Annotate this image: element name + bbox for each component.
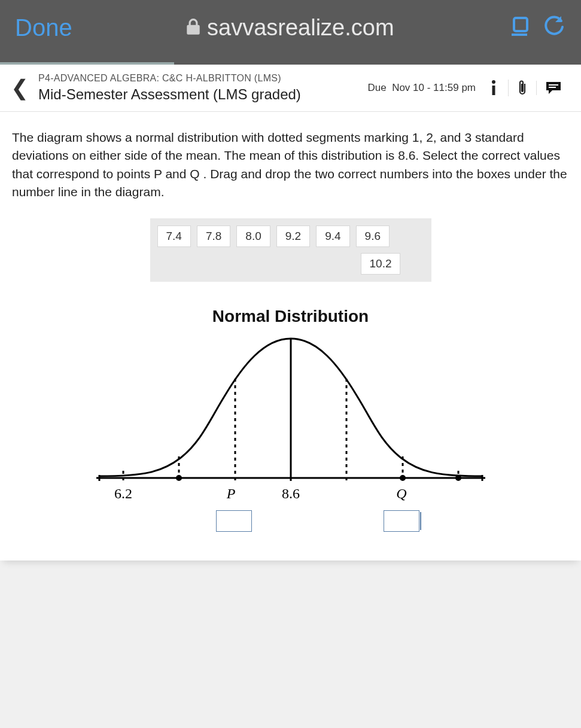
done-button[interactable]: Done: [15, 14, 72, 41]
axis-label-mean: 8.6: [282, 486, 300, 501]
choice-chip[interactable]: 7.4: [157, 226, 191, 247]
lock-icon: [185, 18, 201, 38]
choice-chip[interactable]: 10.2: [361, 253, 401, 275]
info-icon[interactable]: [479, 80, 508, 96]
question-panel: The diagram shows a normal distribution …: [0, 112, 581, 561]
page-load-progress: [0, 62, 581, 65]
attachment-icon[interactable]: [508, 80, 536, 96]
axis-label-6-2: 6.2: [114, 486, 132, 501]
tabs-icon[interactable]: [507, 15, 531, 41]
assessment-header: ❮ P4-ADVANCED ALGEBRA: C&C H-ALBRITTON (…: [0, 65, 581, 112]
choice-chip[interactable]: 9.2: [276, 226, 310, 247]
address-bar[interactable]: savvasrealize.com: [83, 15, 497, 41]
course-name: P4-ADVANCED ALGEBRA: C&C H-ALBRITTON (LM…: [38, 73, 368, 84]
reload-icon[interactable]: [542, 15, 566, 41]
due-date: Due Nov 10 - 11:59 pm: [368, 82, 476, 94]
normal-distribution-diagram: 6.2 P 8.6 Q: [96, 330, 485, 509]
comments-icon[interactable]: [536, 81, 570, 95]
back-chevron-icon[interactable]: ❮: [6, 75, 38, 100]
svg-rect-0: [514, 18, 527, 31]
axis-label-p: P: [226, 486, 235, 501]
choice-chip[interactable]: 7.8: [197, 226, 230, 247]
url-text: savvasrealize.com: [207, 15, 394, 41]
choice-chip[interactable]: 8.0: [236, 226, 270, 247]
choice-chip[interactable]: 9.6: [356, 226, 390, 247]
drop-target-p[interactable]: [216, 510, 252, 532]
choice-chip[interactable]: 9.4: [316, 226, 349, 247]
svg-rect-3: [492, 86, 495, 95]
assessment-title: Mid-Semester Assessment (LMS graded): [38, 86, 368, 103]
svg-point-2: [492, 80, 495, 84]
svg-point-17: [400, 475, 406, 481]
question-prompt: The diagram shows a normal distribution …: [12, 129, 569, 202]
browser-toolbar: Done savvasrealize.com: [0, 0, 581, 65]
svg-point-18: [455, 475, 461, 481]
answer-choices-tray: 7.4 7.8 8.0 9.2 9.4 9.6 10.2: [150, 218, 431, 282]
drop-target-q[interactable]: [384, 510, 419, 532]
svg-point-16: [176, 475, 182, 481]
axis-label-q: Q: [396, 486, 406, 501]
figure-title: Normal Distribution: [12, 307, 569, 326]
